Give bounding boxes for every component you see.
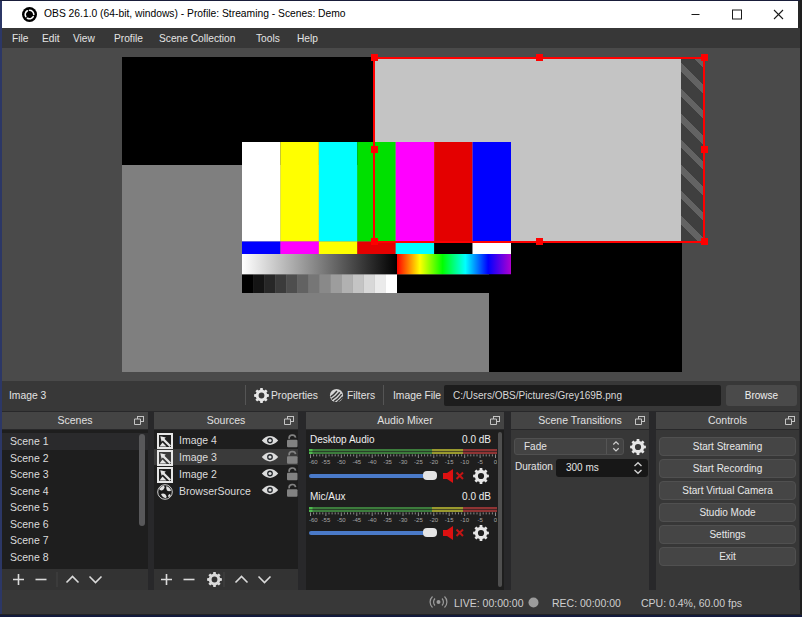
svg-text:0: 0	[494, 459, 497, 465]
svg-text:-25: -25	[414, 459, 423, 465]
svg-text:-50: -50	[337, 459, 346, 465]
svg-text:-45: -45	[352, 517, 361, 523]
svg-text:-45: -45	[352, 459, 361, 465]
svg-text:-15: -15	[445, 459, 454, 465]
svg-text:-30: -30	[399, 459, 408, 465]
svg-text:-40: -40	[368, 459, 377, 465]
svg-text:-10: -10	[460, 459, 469, 465]
svg-text:-40: -40	[368, 517, 377, 523]
svg-text:-15: -15	[445, 517, 454, 523]
svg-text:-55: -55	[322, 517, 331, 523]
svg-text:-25: -25	[414, 517, 423, 523]
svg-text:-20: -20	[429, 459, 438, 465]
svg-text:-10: -10	[460, 517, 469, 523]
svg-text:-20: -20	[429, 517, 438, 523]
svg-text:-5: -5	[477, 459, 483, 465]
svg-text:0: 0	[494, 517, 497, 523]
svg-text:-50: -50	[337, 517, 346, 523]
svg-text:-35: -35	[383, 517, 392, 523]
svg-text:-5: -5	[477, 517, 483, 523]
svg-text:-30: -30	[399, 517, 408, 523]
svg-text:-55: -55	[322, 459, 331, 465]
svg-text:-60: -60	[309, 459, 318, 465]
svg-text:-60: -60	[309, 517, 318, 523]
svg-text:-35: -35	[383, 459, 392, 465]
